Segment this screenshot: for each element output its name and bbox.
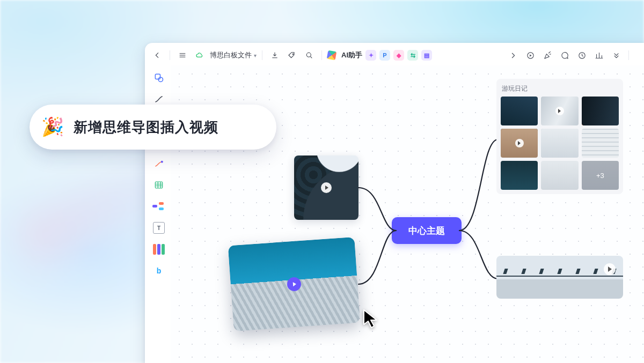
menu-button[interactable] [175,48,189,62]
tool-bing[interactable] [151,263,167,279]
play-icon [321,182,332,193]
mindmap-video-node-dragging[interactable] [228,237,361,331]
gallery-item[interactable] [582,97,619,125]
gallery-item[interactable] [541,161,578,190]
tag-button[interactable] [285,48,299,62]
ai-assistant-button[interactable]: AI助手 [341,50,362,60]
gallery-more-button[interactable]: +3 [582,161,619,190]
tool-shapes[interactable] [151,70,167,86]
app-window: 博思白板文件 ▾ AI助手 ✦ P ◆ ⇆ ▤ [145,43,644,363]
gallery-node[interactable]: 游玩日记 +3 [496,79,623,194]
more-chevron-button[interactable] [506,48,520,62]
play-button[interactable] [523,48,537,62]
gallery-item[interactable] [501,129,538,158]
tool-pen[interactable] [151,155,167,172]
history-button[interactable] [575,48,589,62]
svg-point-6 [161,161,163,163]
svg-rect-4 [155,74,160,79]
ai-logo-icon [327,50,337,61]
tool-table[interactable] [151,177,167,193]
search-button[interactable] [302,48,316,62]
app-chip-share[interactable]: ⇆ [407,50,418,61]
file-name-text: 博思白板文件 [210,50,252,60]
tool-text[interactable]: T [151,220,167,236]
app-chip-diamond[interactable]: ◆ [393,50,404,61]
celebrate-button[interactable] [540,48,554,62]
svg-point-5 [158,77,163,82]
toolbar-left-group: 博思白板文件 ▾ AI助手 ✦ P ◆ ⇆ ▤ [150,48,432,62]
gallery-item[interactable] [541,97,578,125]
play-icon [287,277,302,292]
tool-kanban[interactable] [151,241,167,257]
collapse-button[interactable] [609,48,623,62]
app-chip-sparkle[interactable]: ✦ [365,50,376,61]
left-tool-strip: T [149,70,169,279]
gallery-item[interactable] [582,129,619,158]
gallery-item[interactable] [501,161,538,190]
separator [321,50,322,60]
party-popper-icon: 🎉 [41,117,64,136]
svg-point-0 [292,54,294,55]
back-button[interactable] [150,48,164,62]
center-node-label: 中心主题 [408,225,445,237]
mouse-cursor-icon [362,308,380,330]
chevron-down-icon: ▾ [254,53,257,58]
callout-text: 新增思维导图插入视频 [74,118,218,137]
app-chip-chat[interactable]: ▤ [421,50,432,61]
download-button[interactable] [268,48,282,62]
gallery-item[interactable] [541,129,578,158]
mindmap-video-node-top[interactable] [294,155,358,220]
stats-button[interactable] [592,48,606,62]
gallery-grid: +3 [501,97,619,190]
play-icon [515,139,524,147]
top-toolbar: 博思白板文件 ▾ AI助手 ✦ P ◆ ⇆ ▤ [150,47,644,63]
play-icon [604,263,616,275]
feature-callout: 🎉 新增思维导图插入视频 [30,105,276,150]
app-chip-p[interactable]: P [379,50,390,61]
svg-point-1 [306,53,311,57]
gallery-more-label: +3 [582,161,619,190]
play-icon [555,107,564,115]
svg-rect-7 [155,182,162,188]
separator [628,50,629,60]
gallery-item[interactable] [501,97,538,125]
tool-mindmap[interactable] [151,198,167,214]
separator [262,50,262,60]
mindmap-video-node-side[interactable] [496,256,623,299]
separator [170,50,170,60]
comment-button[interactable] [558,48,572,62]
sync-status-icon [193,48,207,62]
file-name-dropdown[interactable]: 博思白板文件 ▾ [210,50,257,60]
mindmap-center-node[interactable]: 中心主题 [392,217,462,244]
toolbar-right-group [506,48,644,62]
gallery-title: 游玩日记 [501,83,619,97]
